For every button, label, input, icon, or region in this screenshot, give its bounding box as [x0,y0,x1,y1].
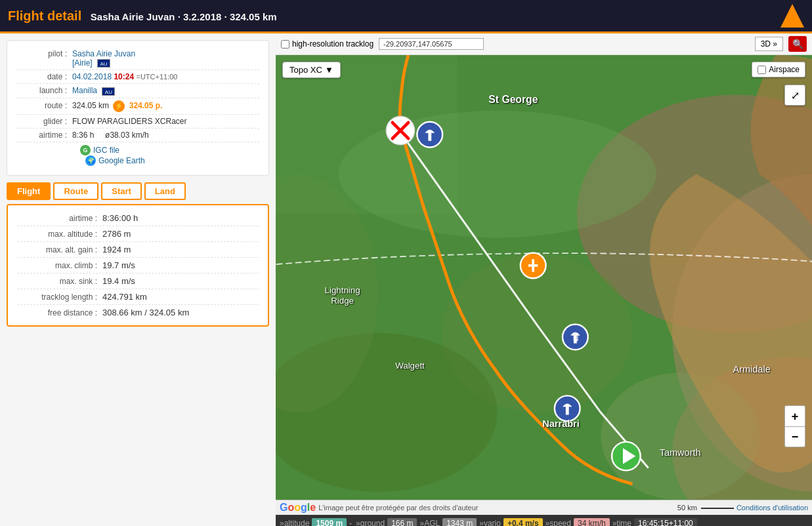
agl-label: »AGL [418,519,441,526]
stat-airtime-value: 8:36:00 h [102,213,138,223]
earth-icon: 🌍 [85,155,96,166]
pilot-alias-link[interactable]: [Airie] [72,58,93,68]
airspace-checkbox[interactable] [758,66,766,74]
stats-card: airtime : 8:36:00 h max. altitude : 2786… [7,204,269,327]
tracklog-checkbox[interactable] [281,40,289,49]
ground-label: »ground [354,519,386,526]
topo-dropdown-icon: ▼ [325,65,333,75]
map-terms-link[interactable]: Conditions d'utilisation [737,504,808,512]
coords-display: -29.20937,147.05675 [379,38,484,50]
stat-alt-gain-value: 1924 m [102,245,131,254]
header-distance: 324.05 km [230,11,277,22]
map-copyright: L'image peut être protégée par des droit… [318,504,675,512]
speed-value: 34 km/h [574,518,610,526]
info-card: pilot : Sasha Airie Juvan [Airie] AU dat… [7,40,269,176]
topo-selector[interactable]: Topo XC ▼ [282,62,341,78]
left-panel: pilot : Sasha Airie Juvan [Airie] AU dat… [0,33,276,526]
airtime-value: 8:36 h ø38.03 km/h [72,131,149,140]
svg-point-9 [339,111,656,238]
stat-alt-gain-label: max. alt. gain : [17,245,102,254]
map-background [276,55,812,500]
tab-start[interactable]: Start [101,182,142,200]
fullscreen-button[interactable]: ⤢ [784,85,805,106]
glider-value: FLOW PARAGLIDERS XCRacer [72,117,186,126]
igc-link[interactable]: G IGC file [80,145,145,155]
time-label: »time [611,519,633,526]
launch-link[interactable]: Manilla [72,86,97,95]
date-value: 04.02.2018 10:24 =UTC+11:00 [72,72,177,81]
speed-label: »speed [544,519,572,526]
stat-airtime: airtime : 8:36:00 h [17,211,259,226]
launch-row: launch : Manilla AU [16,84,259,98]
stat-max-alt-value: 2786 m [102,229,131,239]
header-date: 3.2.2018 [183,11,221,22]
tracklog-checkbox-label[interactable]: high-resolution tracklog [281,39,374,49]
topo-label: Topo XC [289,65,322,75]
stat-tracklog-label: tracklog length : [17,293,102,302]
altitude-value: 1509 m [312,518,347,526]
launch-value: Manilla AU [72,86,115,95]
pilot-link[interactable]: Sasha Airie Juvan [72,49,135,58]
time-item: »time 16:45:15+11:00 [611,518,697,526]
date-label: date : [16,72,72,81]
launch-flag: AU [102,87,115,96]
route-badge: ⚡ [113,100,125,112]
map-bottom-bar: Google L'image peut être protégée par de… [276,500,812,515]
stat-max-sink-label: max. sink : [17,277,102,286]
igc-icon: G [80,145,91,155]
route-label: route : [16,101,72,110]
tab-route[interactable]: Route [53,182,98,200]
launch-label: launch : [16,86,72,95]
airtime-row: airtime : 8:36 h ø38.03 km/h [16,129,259,142]
stat-alt-gain: max. alt. gain : 1924 m [17,242,259,258]
header-pilot: Sasha Airie Juvan [91,11,175,22]
airspace-label: Airspace [769,65,800,74]
google-logo: Google [280,502,316,514]
stat-free-dist-label: free distance : [17,308,102,317]
tab-flight[interactable]: Flight [7,182,51,200]
vario-item: »vario +0.4 m/s [478,518,542,526]
map-container[interactable]: N St George Lightning Ridge Walgett Narr… [276,55,812,500]
view-3d-button[interactable]: 3D » [755,37,783,51]
map-scale: 50 km [677,504,734,512]
zoom-out-button[interactable]: − [784,426,805,447]
vario-value: +0.4 m/s [503,518,543,526]
page-header: Flight detail Sasha Airie Juvan · 3.2.20… [0,0,812,33]
zoom-controls: + − [784,405,805,447]
xcontest-logo [780,4,804,28]
agl-item: »AGL 1343 m [418,518,477,526]
stat-max-altitude: max. altitude : 2786 m [17,226,259,242]
pilot-row: pilot : Sasha Airie Juvan [Airie] AU [16,47,259,70]
speed-item: »speed 34 km/h [544,518,610,526]
altitude-item: »altitude 1509 m - [278,518,353,526]
zoom-in-button[interactable]: + [784,405,805,426]
glider-row: glider : FLOW PARAGLIDERS XCRacer [16,115,259,129]
google-earth-link[interactable]: 🌍 Google Earth [85,155,145,166]
date-row: date : 04.02.2018 10:24 =UTC+11:00 [16,70,259,84]
ground-value: 166 m [387,518,417,526]
vario-label: »vario [478,519,502,526]
map-search-button[interactable]: 🔍 [788,36,807,52]
stat-max-sink: max. sink : 19.4 m/s [17,273,259,289]
agl-value: 1343 m [442,518,477,526]
airspace-control[interactable]: Airspace [752,62,805,77]
ground-item: »ground 166 m [354,518,417,526]
tab-land[interactable]: Land [144,182,186,200]
stat-free-dist-value: 308.66 km / 324.05 km [102,308,189,317]
glider-label: glider : [16,117,72,126]
route-value: 324.05 km ⚡ 324.05 p. [72,100,162,112]
pilot-label: pilot : [16,49,72,58]
tabs-container: Flight Route Start Land [7,182,269,200]
pilot-value: Sasha Airie Juvan [Airie] AU [72,49,135,68]
airtime-label: airtime : [16,131,72,140]
altitude-label: »altitude [278,519,310,526]
map-area: high-resolution tracklog -29.20937,147.0… [276,33,812,526]
stat-max-alt-label: max. altitude : [17,230,102,239]
stat-airtime-label: airtime : [17,214,102,223]
stat-max-sink-value: 19.4 m/s [102,276,135,286]
time-value: 16:45:15+11:00 [634,518,697,526]
stat-max-climb-label: max. climb : [17,261,102,270]
stat-max-climb: max. climb : 19.7 m/s [17,258,259,273]
stat-tracklog: tracklog length : 424.791 km [17,289,259,305]
stat-max-climb-value: 19.7 m/s [102,260,135,270]
